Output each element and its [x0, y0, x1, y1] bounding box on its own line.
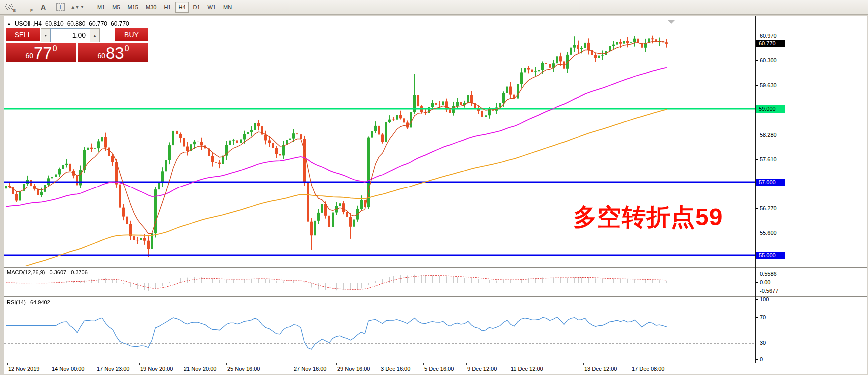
time-axis-label: 9 Dec 12:00: [467, 366, 497, 372]
time-axis-tick: [583, 363, 584, 365]
macd-value-main: 0.3607: [49, 269, 66, 275]
timeframe-d1[interactable]: D1: [190, 2, 203, 13]
rsi-axis-label: 100: [760, 296, 769, 302]
volume-input[interactable]: [50, 28, 90, 42]
time-axis-label: 19 Nov 20:00: [140, 366, 173, 372]
timeframe-m5[interactable]: M5: [109, 2, 123, 13]
timeframe-m15[interactable]: M15: [125, 2, 141, 13]
buy-price-main: 83: [106, 45, 124, 61]
rsi-axis-label: 0: [760, 356, 763, 362]
time-axis-tick: [51, 363, 51, 365]
price-axis-label: 58.280: [760, 132, 777, 138]
sell-price-sup: 0: [53, 44, 57, 53]
rsi-chart-canvas[interactable]: [4, 297, 755, 363]
tool-sub-label: F: [30, 8, 33, 13]
price-axis-badge: 55.000: [756, 252, 785, 259]
macd-chart-canvas[interactable]: [4, 268, 755, 296]
macd-axis-label: 0.00: [760, 279, 770, 285]
time-axis-label: 17 Dec 08:00: [632, 366, 664, 372]
time-axis-label: 12 Nov 2019: [8, 366, 39, 372]
price-axis-label: 57.610: [760, 156, 777, 162]
time-axis-label: 21 Nov 20:00: [184, 366, 216, 372]
time-axis-tick: [226, 363, 227, 365]
toolbar: E F ▲▼ ▼ M1M5M15M30H1H4D1W1MN: [0, 0, 868, 15]
sell-price-panel[interactable]: 60 77 0: [6, 43, 76, 62]
quote-open: 60.810: [45, 20, 64, 27]
fibonacci-tool-button[interactable]: F: [19, 1, 34, 13]
rsi-axis-label: 70: [760, 314, 766, 320]
timeframe-mn[interactable]: MN: [220, 2, 235, 13]
toolbar-separator: [90, 2, 90, 13]
collapse-arrow-icon[interactable]: ▲: [7, 21, 11, 26]
price-axis-badge: 60.770: [756, 40, 785, 47]
timeframe-h1[interactable]: H1: [161, 2, 174, 13]
tool-sub-label: E: [13, 8, 16, 13]
left-frame-strip: [0, 15, 4, 375]
quote-high: 60.880: [67, 20, 86, 27]
sell-price-prefix: 60: [25, 52, 33, 60]
time-axis-tick: [510, 363, 510, 365]
macd-title: MACD(12,26,9): [7, 269, 45, 275]
chart-annotation-text: 多空转折点59: [573, 201, 723, 233]
timeframe-m30[interactable]: M30: [143, 2, 159, 13]
time-axis-tick: [139, 363, 140, 365]
pane-border[interactable]: [4, 266, 867, 266]
volume-increase-button[interactable]: ▲: [90, 28, 100, 42]
buy-price-panel[interactable]: 60 83 0: [78, 43, 148, 62]
time-axis[interactable]: 12 Nov 201914 Nov 00:0017 Nov 23:0019 No…: [4, 363, 755, 374]
time-axis-tick: [293, 363, 293, 365]
buy-price-prefix: 60: [97, 52, 105, 60]
timeframe-m1[interactable]: M1: [94, 2, 108, 13]
timeframe-h4[interactable]: H4: [175, 2, 188, 13]
time-axis-label: 5 Dec 16:00: [424, 366, 454, 372]
time-axis-tick: [631, 363, 631, 365]
text-tool-button[interactable]: [36, 1, 51, 13]
chevron-down-icon: ▼: [80, 5, 84, 9]
arrows-icon: ▲▼: [70, 4, 79, 10]
time-axis-label: 13 Dec 12:00: [584, 366, 617, 372]
rsi-axis-label: 30: [760, 340, 766, 346]
time-axis-tick: [96, 363, 96, 365]
time-axis-label: 11 Dec 12:00: [511, 366, 543, 372]
price-axis-label: 55.600: [760, 230, 777, 236]
rsi-title: RSI(14): [7, 299, 26, 305]
buy-button[interactable]: BUY: [115, 28, 148, 42]
time-axis-tick: [466, 363, 467, 365]
quote-close: 60.770: [111, 20, 129, 27]
price-axis-label: 60.970: [760, 33, 777, 39]
rsi-value: 64.9402: [30, 299, 50, 305]
fibonacci-icon: [22, 4, 30, 10]
time-axis-label: 27 Nov 16:00: [294, 366, 326, 372]
sell-button[interactable]: SELL: [6, 28, 40, 42]
macd-axis-label: 0.5586: [760, 271, 777, 277]
price-axis-badge: 57.000: [756, 179, 785, 186]
price-axis[interactable]: 60.97060.30059.63058.96058.28057.61056.9…: [755, 16, 868, 363]
time-axis-tick: [7, 363, 8, 365]
time-axis-tick: [183, 363, 183, 365]
text-label-tool-button[interactable]: [53, 1, 68, 13]
time-axis-tick: [423, 363, 424, 365]
timeframe-w1[interactable]: W1: [205, 2, 219, 13]
pane-border[interactable]: [4, 296, 867, 297]
text-label-icon: [56, 3, 65, 11]
time-axis-label: 25 Nov 16:00: [227, 366, 260, 372]
rsi-header: RSI(14) 64.9402: [7, 299, 53, 305]
macd-header: MACD(12,26,9) 0.3607 0.3706: [7, 269, 91, 275]
time-axis-label: 17 Nov 23:00: [97, 366, 129, 372]
equidistant-channel-tool-button[interactable]: E: [2, 1, 17, 13]
price-axis-label: 60.300: [760, 57, 777, 63]
time-axis-label: 29 Nov 16:00: [337, 366, 370, 372]
sell-price-main: 77: [34, 45, 52, 61]
macd-axis-label: -0.5677: [760, 288, 778, 294]
time-axis-label: 14 Nov 00:00: [52, 366, 84, 372]
quote-bar: ▲ USOil-,H4 60.810 60.880 60.770 60.770: [7, 20, 133, 27]
price-axis-label: 59.630: [760, 82, 777, 88]
time-axis-label: 3 Dec 16:00: [381, 366, 410, 372]
time-axis-tick: [380, 363, 380, 365]
macd-value-signal: 0.3706: [71, 269, 88, 275]
price-axis-label: 56.270: [760, 205, 777, 211]
buy-price-sup: 0: [125, 44, 129, 53]
arrows-tool-button[interactable]: ▲▼ ▼: [70, 1, 85, 13]
volume-decrease-button[interactable]: ▼: [41, 28, 51, 42]
price-axis-badge: 59.000: [756, 105, 785, 113]
